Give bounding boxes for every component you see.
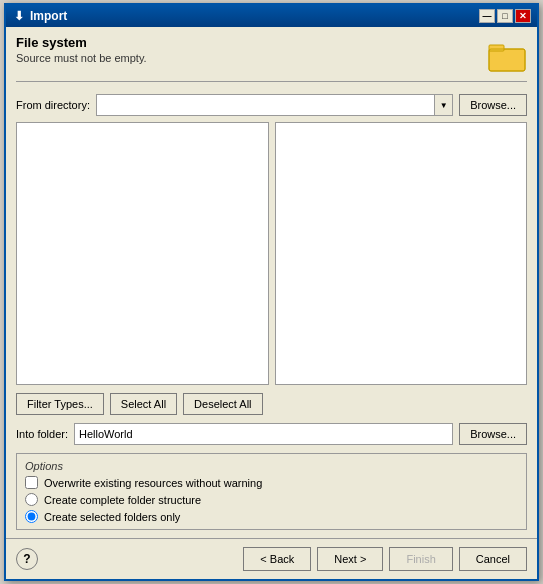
nav-buttons: < Back Next > Finish Cancel [243,547,527,571]
browse-from-button[interactable]: Browse... [459,94,527,116]
options-section: Options Overwrite existing resources wit… [16,453,527,530]
bottom-bar: ? < Back Next > Finish Cancel [6,538,537,579]
options-title: Options [25,460,518,472]
selected-folders-label: Create selected folders only [44,511,180,523]
overwrite-label: Overwrite existing resources without war… [44,477,262,489]
folder-icon [487,35,527,75]
option-row-selected-folders: Create selected folders only [25,510,518,523]
title-bar-left: ⬇ Import [12,9,67,23]
from-directory-input[interactable] [97,95,434,115]
finish-button[interactable]: Finish [389,547,452,571]
into-folder-input[interactable] [74,423,453,445]
deselect-all-button[interactable]: Deselect All [183,393,262,415]
cancel-button[interactable]: Cancel [459,547,527,571]
from-directory-label: From directory: [16,99,90,111]
title-bar-buttons: — □ ✕ [479,9,531,23]
close-button[interactable]: ✕ [515,9,531,23]
select-all-button[interactable]: Select All [110,393,177,415]
title-bar: ⬇ Import — □ ✕ [6,5,537,27]
option-row-overwrite: Overwrite existing resources without war… [25,476,518,489]
into-folder-row: Into folder: Browse... [16,423,527,445]
back-button[interactable]: < Back [243,547,311,571]
header-text: File system Source must not be empty. [16,35,147,64]
form-section: From directory: ▼ Browse... Filter Types… [16,90,527,530]
right-file-panel[interactable] [275,122,528,385]
combo-arrow-icon[interactable]: ▼ [434,95,452,115]
overwrite-checkbox[interactable] [25,476,38,489]
from-directory-combo[interactable]: ▼ [96,94,453,116]
selected-folders-radio[interactable] [25,510,38,523]
import-dialog: ⬇ Import — □ ✕ File system Source must n… [4,3,539,581]
dialog-title: File system [16,35,147,50]
option-row-complete-folder: Create complete folder structure [25,493,518,506]
browse-into-button[interactable]: Browse... [459,423,527,445]
svg-rect-1 [489,45,504,51]
left-file-panel[interactable] [16,122,269,385]
from-directory-row: From directory: ▼ Browse... [16,94,527,116]
complete-folder-radio[interactable] [25,493,38,506]
file-panels [16,122,527,385]
dialog-subtitle: Source must not be empty. [16,52,147,64]
minimize-button[interactable]: — [479,9,495,23]
window-title: Import [30,9,67,23]
dialog-content: File system Source must not be empty. Fr… [6,27,537,538]
complete-folder-label: Create complete folder structure [44,494,201,506]
action-row: Filter Types... Select All Deselect All [16,393,527,415]
filter-types-button[interactable]: Filter Types... [16,393,104,415]
help-button[interactable]: ? [16,548,38,570]
svg-rect-0 [489,49,525,71]
window-icon: ⬇ [12,9,26,23]
maximize-button[interactable]: □ [497,9,513,23]
into-folder-label: Into folder: [16,428,68,440]
next-button[interactable]: Next > [317,547,383,571]
header-section: File system Source must not be empty. [16,35,527,82]
